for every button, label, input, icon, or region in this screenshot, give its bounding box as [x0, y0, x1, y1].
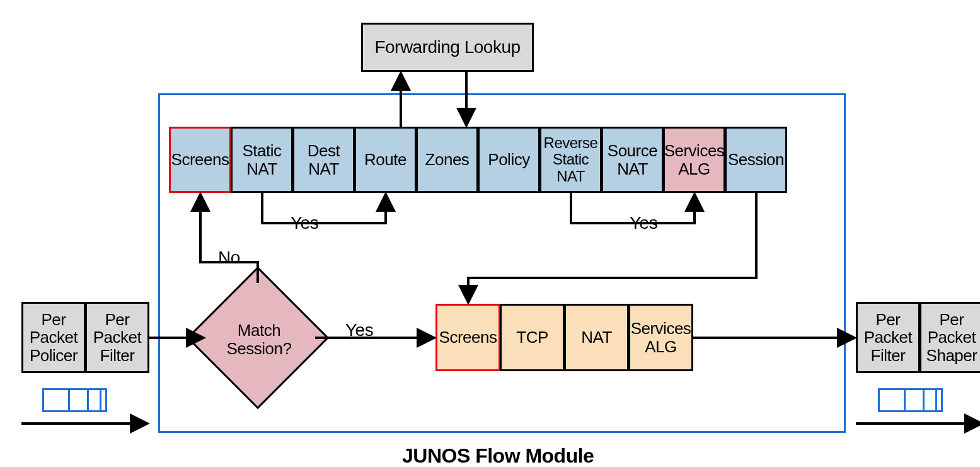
arrow-layer [13, 13, 980, 467]
